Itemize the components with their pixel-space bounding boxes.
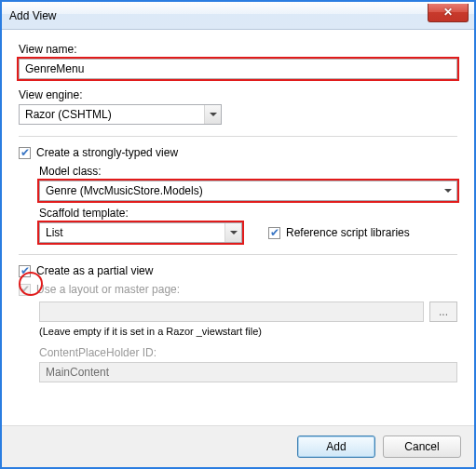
- use-layout-label: Use a layout or master page:: [36, 283, 180, 296]
- ref-scripts-label: Reference script libraries: [286, 226, 410, 239]
- layout-group: ... (Leave empty if it is set in a Razor…: [39, 302, 457, 382]
- model-class-value: Genre (MvcMusicStore.Models): [46, 184, 203, 197]
- divider: [19, 136, 457, 137]
- strongly-typed-row[interactable]: ✔ Create a strongly-typed view: [19, 146, 457, 159]
- check-icon: ✔: [270, 227, 279, 238]
- layout-path-input: [39, 302, 424, 322]
- strongly-typed-label: Create a strongly-typed view: [36, 146, 178, 159]
- layout-hint: (Leave empty if it is set in a Razor _vi…: [39, 326, 457, 337]
- placeholder-label: ContentPlaceHolder ID:: [39, 346, 457, 359]
- use-layout-checkbox: ✔: [19, 284, 31, 296]
- view-name-label: View name:: [19, 43, 457, 56]
- scaffold-label: Scaffold template:: [39, 207, 457, 220]
- view-name-input[interactable]: [19, 59, 457, 79]
- close-button[interactable]: ✕: [428, 4, 469, 22]
- partial-view-row[interactable]: ✔ Create as a partial view: [19, 264, 457, 277]
- chevron-down-icon: [204, 105, 221, 124]
- add-button[interactable]: Add: [297, 436, 375, 458]
- titlebar: Add View ✕: [2, 2, 474, 30]
- check-icon: ✔: [20, 147, 30, 158]
- strongly-typed-checkbox[interactable]: ✔: [19, 147, 31, 159]
- placeholder-input: [39, 362, 457, 382]
- scaffold-combo[interactable]: List: [39, 222, 242, 243]
- ellipsis-icon: ...: [439, 305, 448, 318]
- view-engine-combo[interactable]: Razor (CSHTML): [19, 104, 222, 125]
- use-layout-row: ✔ Use a layout or master page:: [19, 283, 457, 296]
- chevron-down-icon: [224, 223, 241, 242]
- strongly-typed-group: Model class: Genre (MvcMusicStore.Models…: [39, 165, 457, 243]
- window-title: Add View: [9, 9, 56, 22]
- check-icon: ✔: [20, 284, 30, 295]
- model-class-label: Model class:: [39, 165, 457, 178]
- view-engine-value: Razor (CSHTML): [25, 108, 112, 121]
- browse-button: ...: [429, 302, 457, 322]
- view-engine-label: View engine:: [19, 88, 457, 101]
- check-icon: ✔: [20, 265, 30, 276]
- chevron-down-icon: [440, 181, 456, 200]
- ref-scripts-row[interactable]: ✔ Reference script libraries: [268, 226, 410, 239]
- close-icon: ✕: [443, 6, 453, 19]
- dialog-footer: Add Cancel: [2, 425, 474, 467]
- cancel-button[interactable]: Cancel: [383, 436, 461, 458]
- add-view-dialog: Add View ✕ View name: View engine: Razor…: [0, 0, 476, 469]
- ref-scripts-checkbox[interactable]: ✔: [268, 227, 280, 239]
- dialog-body: View name: View engine: Razor (CSHTML) ✔…: [2, 30, 474, 395]
- scaffold-value: List: [46, 226, 63, 239]
- divider: [19, 254, 457, 255]
- partial-view-checkbox[interactable]: ✔: [19, 265, 31, 277]
- model-class-combo[interactable]: Genre (MvcMusicStore.Models): [39, 181, 457, 201]
- partial-view-label: Create as a partial view: [36, 264, 153, 277]
